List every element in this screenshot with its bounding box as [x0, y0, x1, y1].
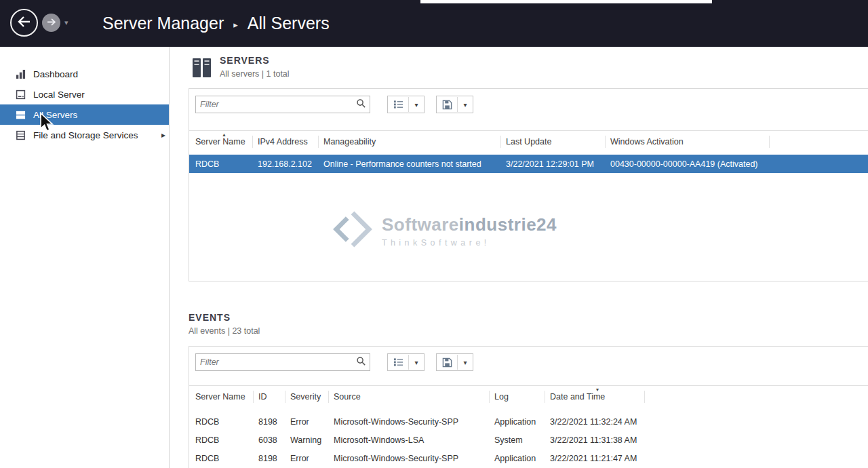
cell-log: Application [494, 417, 550, 427]
cell-date-time: 3/22/2021 11:32:24 AM [550, 417, 650, 427]
watermark: Softwareindustrie24 T h i n k S o f t w … [333, 210, 557, 252]
cell-severity: Error [290, 417, 334, 427]
chevron-down-icon: ▾ [458, 359, 473, 366]
events-table-header: Server Name ID Severity Source Log ▼ Dat… [189, 385, 868, 406]
breadcrumb-app-title[interactable]: Server Manager [102, 14, 224, 33]
events-view-options-button[interactable]: ▾ [387, 353, 425, 371]
column-header-server-name[interactable]: ▲ Server Name [195, 131, 258, 151]
cell-last-update: 3/22/2021 12:29:01 PM [506, 159, 610, 169]
top-bar: ▾ Server Manager ▸ All Servers [0, 0, 868, 47]
servers-filter-input[interactable] [196, 100, 352, 109]
servers-toolbar: ▾ ▾ [195, 96, 473, 113]
events-toolbar: ▾ ▾ [195, 353, 473, 371]
server-icon [15, 89, 26, 100]
cell-id: 8198 [258, 417, 290, 427]
sidebar-item-all-servers[interactable]: All Servers [0, 104, 169, 125]
servers-panel: ▾ ▾ ▲ Server Name IPv4 Address Manageabi… [189, 88, 868, 281]
chevron-down-icon: ▾ [409, 101, 424, 109]
column-header-severity[interactable]: Severity [290, 386, 334, 406]
cell-ipv4-address: 192.168.2.102 [258, 159, 323, 169]
sidebar-item-dashboard[interactable]: Dashboard [0, 64, 169, 84]
column-header-id[interactable]: ID [258, 386, 290, 406]
cell-server-name: RDCB [195, 454, 258, 463]
cell-server-name: RDCB [195, 159, 258, 169]
events-panel: ▾ ▾ Server Name ID Severity Source Log ▼… [189, 346, 868, 468]
cell-source: Microsoft-Windows-LSA [334, 435, 494, 445]
sidebar-item-label: Local Server [33, 90, 85, 100]
expand-right-icon[interactable]: ▸ [161, 130, 165, 140]
column-header-ipv4-address[interactable]: IPv4 Address [258, 131, 323, 151]
save-icon [437, 357, 457, 368]
cell-id: 8198 [258, 454, 290, 463]
cell-log: System [494, 435, 550, 445]
event-table-row[interactable]: RDCB 8198 Error Microsoft-Windows-Securi… [189, 449, 868, 467]
event-table-row[interactable]: RDCB 6038 Warning Microsoft-Windows-LSA … [189, 431, 868, 449]
column-header-filler [650, 386, 868, 406]
forward-button[interactable] [42, 14, 60, 32]
dashboard-icon [15, 69, 26, 80]
breadcrumb: Server Manager ▸ All Servers [102, 0, 330, 47]
list-options-icon [388, 100, 408, 109]
servers-view-options-button[interactable]: ▾ [387, 96, 425, 113]
server-table-row-selected[interactable]: RDCB 192.168.2.102 Online - Performance … [189, 155, 868, 173]
servers-icon [15, 109, 26, 121]
events-section-subtitle: All events | 23 total [189, 326, 260, 336]
events-filter-box [195, 353, 370, 371]
top-white-strip [420, 0, 712, 3]
chevron-down-icon: ▾ [458, 101, 473, 109]
cell-date-time: 3/22/2021 11:21:47 AM [550, 454, 650, 463]
forward-arrow-icon [47, 18, 56, 28]
event-table-row[interactable]: RDCB 8198 Error Microsoft-Windows-Securi… [189, 412, 868, 431]
column-header-source[interactable]: Source [334, 386, 494, 406]
storage-icon [15, 130, 26, 141]
watermark-brand: Softwareindustrie24 [382, 214, 557, 235]
search-icon [356, 356, 366, 368]
navigation-sidebar: Dashboard Local Server All Servers File … [0, 47, 170, 468]
column-header-server-name[interactable]: Server Name [195, 386, 258, 406]
sidebar-item-local-server[interactable]: Local Server [0, 84, 169, 104]
cell-server-name: RDCB [195, 417, 258, 427]
servers-table-header: ▲ Server Name IPv4 Address Manageability… [189, 130, 868, 151]
cell-windows-activation: 00430-00000-00000-AA419 (Activated) [610, 159, 774, 169]
column-header-filler [774, 131, 868, 151]
servers-tile-icon [192, 57, 212, 81]
breadcrumb-separator-icon: ▸ [233, 20, 238, 30]
events-search-button[interactable] [352, 354, 370, 370]
servers-section-subtitle: All servers | 1 total [220, 69, 290, 79]
column-header-last-update[interactable]: Last Update [506, 131, 610, 151]
column-header-windows-activation[interactable]: Windows Activation [610, 131, 774, 151]
servers-search-button[interactable] [352, 96, 370, 113]
column-header-log[interactable]: Log [494, 386, 550, 406]
sort-ascending-icon: ▲ [195, 132, 253, 137]
cell-severity: Error [290, 454, 334, 463]
sort-descending-icon: ▼ [550, 387, 645, 392]
cell-source: Microsoft-Windows-Security-SPP [334, 417, 494, 427]
cell-date-time: 3/22/2021 11:31:38 AM [550, 435, 650, 445]
column-header-manageability[interactable]: Manageability [323, 131, 506, 151]
servers-section-title: SERVERS [220, 55, 270, 66]
servers-save-query-button[interactable]: ▾ [436, 96, 473, 113]
cell-severity: Warning [290, 435, 334, 445]
events-section-title: EVENTS [189, 312, 231, 323]
nav-history-dropdown[interactable]: ▾ [64, 18, 68, 27]
back-button[interactable] [10, 9, 38, 37]
servers-filter-box [195, 96, 370, 113]
sidebar-item-file-storage-services[interactable]: File and Storage Services ▸ [0, 125, 169, 145]
back-arrow-icon [18, 16, 31, 29]
events-save-query-button[interactable]: ▾ [436, 353, 473, 371]
sidebar-item-label: All Servers [33, 110, 77, 120]
cell-log: Application [494, 454, 550, 463]
sidebar-item-label: File and Storage Services [33, 130, 138, 140]
watermark-tagline: T h i n k S o f t w a r e ! [382, 238, 557, 248]
column-header-date-and-time[interactable]: ▼ Date and Time [550, 386, 650, 406]
cell-server-name: RDCB [195, 435, 258, 445]
breadcrumb-page-title: All Servers [248, 14, 330, 33]
save-icon [437, 100, 457, 110]
sidebar-item-label: Dashboard [33, 69, 78, 79]
cell-manageability: Online - Performance counters not starte… [323, 159, 506, 169]
watermark-logo-icon [333, 210, 372, 252]
list-options-icon [388, 357, 408, 367]
events-filter-input[interactable] [196, 357, 352, 367]
cell-source: Microsoft-Windows-Security-SPP [334, 454, 494, 463]
chevron-down-icon: ▾ [409, 359, 424, 366]
